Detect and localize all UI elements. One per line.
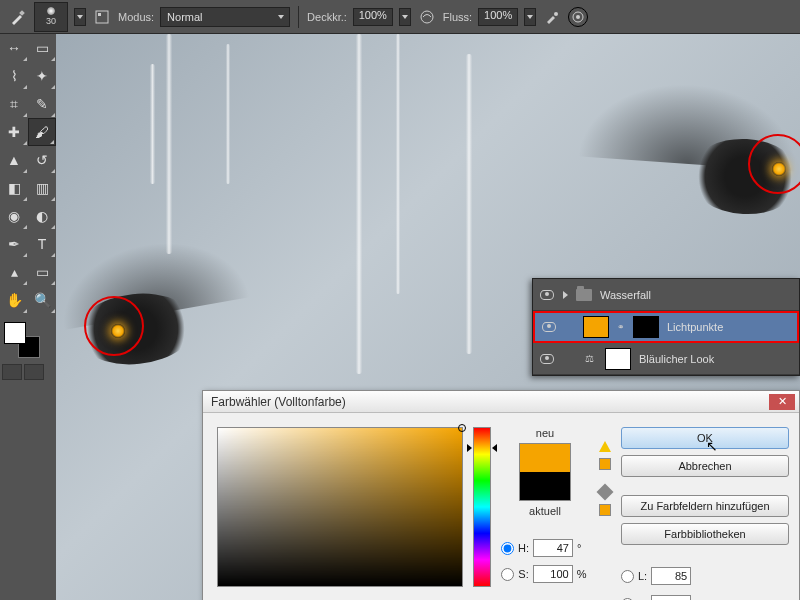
visibility-icon[interactable] xyxy=(540,354,554,364)
s-radio[interactable] xyxy=(501,568,514,581)
opacity-label: Deckkr.: xyxy=(307,11,347,23)
websafe-icon[interactable] xyxy=(597,484,614,501)
hue-slider[interactable] xyxy=(473,427,491,587)
brush-preset-dropdown[interactable] xyxy=(74,8,86,26)
layer-row-wasserfall[interactable]: Wasserfall xyxy=(533,279,799,311)
pen-tool[interactable]: ✒ xyxy=(0,230,28,258)
path-select-tool[interactable]: ▴ xyxy=(0,258,28,286)
opacity-dropdown[interactable] xyxy=(399,8,411,26)
ok-button[interactable]: OK ↖ xyxy=(621,427,789,449)
brush-tool-icon[interactable] xyxy=(8,7,28,27)
highlight-ring-right xyxy=(748,134,800,194)
h-label: H: xyxy=(518,542,529,554)
opacity-value: 100% xyxy=(359,9,387,21)
history-brush-tool[interactable]: ↺ xyxy=(28,146,56,174)
add-swatch-button[interactable]: Zu Farbfeldern hinzufügen xyxy=(621,495,789,517)
opacity-input[interactable]: 100% xyxy=(353,8,393,26)
l-radio[interactable] xyxy=(621,570,634,583)
flow-label: Fluss: xyxy=(443,11,472,23)
a-input[interactable]: 18 xyxy=(651,595,691,600)
layer-name: Wasserfall xyxy=(600,289,651,301)
layer-row-lichtpunkte[interactable]: ⚭ Lichtpunkte xyxy=(533,311,799,343)
layer-mask-thumb[interactable] xyxy=(605,348,631,370)
new-color-swatch[interactable] xyxy=(520,444,570,472)
magic-wand-tool[interactable]: ✦ xyxy=(28,62,56,90)
folder-icon xyxy=(576,289,592,301)
layer-name: Lichtpunkte xyxy=(667,321,723,333)
h-unit: ° xyxy=(577,542,589,554)
layer-mask-thumb[interactable] xyxy=(633,316,659,338)
screen-mode-toggle[interactable] xyxy=(24,364,44,380)
l-input[interactable]: 85 xyxy=(651,567,691,585)
cancel-label: Abbrechen xyxy=(678,460,731,472)
s-label: S: xyxy=(518,568,528,580)
brush-dot-icon xyxy=(47,7,55,15)
dialog-titlebar[interactable]: Farbwähler (Volltonfarbe) ✕ xyxy=(203,391,799,413)
pressure-opacity-icon[interactable] xyxy=(417,7,437,27)
flow-value: 100% xyxy=(484,9,512,21)
quick-mask-toggle[interactable] xyxy=(2,364,22,380)
mode-label: Modus: xyxy=(118,11,154,23)
current-color-swatch[interactable] xyxy=(520,472,570,500)
type-tool[interactable]: T xyxy=(28,230,56,258)
blur-tool[interactable]: ◉ xyxy=(0,202,28,230)
h-radio[interactable] xyxy=(501,542,514,555)
svg-point-3 xyxy=(421,11,433,23)
shape-tool[interactable]: ▭ xyxy=(28,258,56,286)
cursor-icon: ↖ xyxy=(706,438,718,454)
h-input[interactable]: 47 xyxy=(533,539,573,557)
link-icon: ⚭ xyxy=(617,322,625,332)
visibility-icon[interactable] xyxy=(542,322,556,332)
h-field: H: 47 ° xyxy=(501,539,589,557)
gamut-warning-icon[interactable] xyxy=(599,441,611,452)
add-swatch-label: Zu Farbfeldern hinzufügen xyxy=(640,500,769,512)
svg-rect-2 xyxy=(98,13,101,16)
a-field: a: 18 xyxy=(621,595,691,600)
s-unit: % xyxy=(577,568,589,580)
layers-panel: Wasserfall ⚭ Lichtpunkte ⚖ Bläulicher Lo… xyxy=(532,278,800,376)
hand-tool[interactable]: ✋ xyxy=(0,286,28,314)
selection-tool[interactable]: ▭ xyxy=(28,34,56,62)
layer-thumb[interactable] xyxy=(583,316,609,338)
eraser-tool[interactable]: ◧ xyxy=(0,174,28,202)
adjustment-icon: ⚖ xyxy=(581,352,597,366)
healing-tool[interactable]: ✚ xyxy=(0,118,28,146)
move-tool[interactable]: ↔ xyxy=(0,34,28,62)
brush-panel-toggle-icon[interactable] xyxy=(92,7,112,27)
s-input[interactable]: 100 xyxy=(533,565,573,583)
brush-tool[interactable]: 🖌 xyxy=(28,118,56,146)
svg-point-6 xyxy=(576,15,580,19)
crop-tool[interactable]: ⌗ xyxy=(0,90,28,118)
highlight-ring-left xyxy=(84,296,144,356)
brush-size-preview[interactable]: 30 xyxy=(34,2,68,32)
airbrush-icon[interactable] xyxy=(542,7,562,27)
stamp-tool[interactable]: ▲ xyxy=(0,146,28,174)
gamut-swatch[interactable] xyxy=(599,458,611,470)
visibility-icon[interactable] xyxy=(540,290,554,300)
disclosure-icon[interactable] xyxy=(563,291,568,299)
svg-rect-0 xyxy=(19,10,25,16)
close-button[interactable]: ✕ xyxy=(769,394,795,410)
foreground-swatch[interactable] xyxy=(4,322,26,344)
flow-input[interactable]: 100% xyxy=(478,8,518,26)
color-preview xyxy=(519,443,571,501)
cancel-button[interactable]: Abbrechen xyxy=(621,455,789,477)
gradient-tool[interactable]: ▥ xyxy=(28,174,56,202)
color-swatches[interactable] xyxy=(0,318,44,362)
toolbox: ↔ ▭ ⌇ ✦ ⌗ ✎ ✚ 🖌 ▲ ↺ ◧ ▥ ◉ ◐ ✒ T ▴ ▭ ✋ 🔍 xyxy=(0,34,56,600)
brush-size-value: 30 xyxy=(46,16,56,26)
lasso-tool[interactable]: ⌇ xyxy=(0,62,28,90)
options-bar: 30 Modus: Normal Deckkr.: 100% Fluss: 10… xyxy=(0,0,800,34)
pressure-size-icon[interactable] xyxy=(568,7,588,27)
color-libraries-button[interactable]: Farbbibliotheken xyxy=(621,523,789,545)
websafe-swatch[interactable] xyxy=(599,504,611,516)
flow-dropdown[interactable] xyxy=(524,8,536,26)
dodge-tool[interactable]: ◐ xyxy=(28,202,56,230)
layer-row-blaulook[interactable]: ⚖ Bläulicher Look xyxy=(533,343,799,375)
divider xyxy=(298,6,299,28)
blend-mode-select[interactable]: Normal xyxy=(160,7,290,27)
saturation-value-field[interactable] xyxy=(217,427,463,587)
eyedropper-tool[interactable]: ✎ xyxy=(28,90,56,118)
zoom-tool[interactable]: 🔍 xyxy=(28,286,56,314)
new-label: neu xyxy=(536,427,554,439)
